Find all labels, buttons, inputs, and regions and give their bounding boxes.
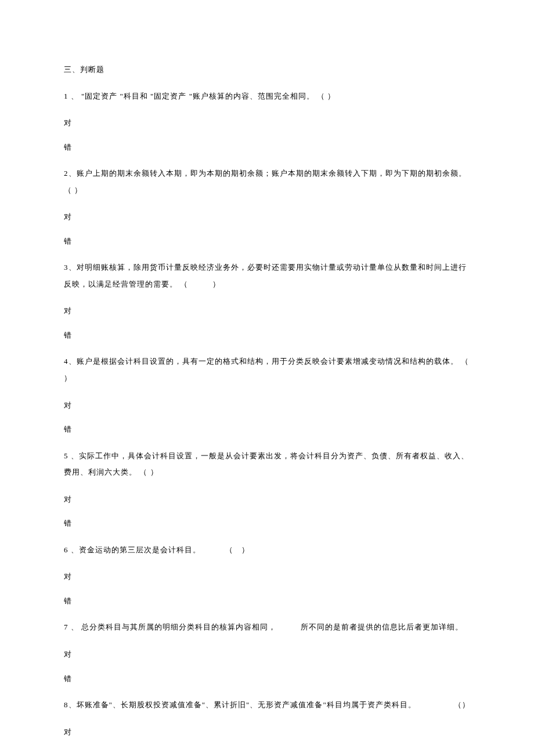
answer-true[interactable]: 对 <box>64 117 470 129</box>
question-text: 3、对明细账核算，除用货币计量反映经济业务外，必要时还需要用实物计量或劳动计量单… <box>64 259 470 292</box>
answer-true[interactable]: 对 <box>64 305 470 317</box>
question-text: 2、账户上期的期末余额转入本期，即为本期的期初余额；账户本期的期末余额转入下期，… <box>64 165 470 198</box>
answer-true[interactable]: 对 <box>64 211 470 223</box>
answer-true[interactable]: 对 <box>64 726 470 738</box>
section-title: 三、判断题 <box>64 64 470 75</box>
question-text-body: 8、坏账准备"、长期股权投资减值准备"、累计折旧"、无形资产减值准备"科目均属于… <box>64 697 442 714</box>
question-7: 7 、 总分类科目与其所属的明细分类科目的核算内容相同， 所不同的是前者提供的信… <box>64 619 470 684</box>
question-5: 5 、实际工作中，具体会计科目设置，一般是从会计要素出发，将会计科目分为资产、负… <box>64 448 470 529</box>
question-text: 1 、 "固定资产 "科目和 "固定资产 "账户核算的内容、范围完全相同。 （ … <box>64 88 470 105</box>
question-1: 1 、 "固定资产 "科目和 "固定资产 "账户核算的内容、范围完全相同。 （ … <box>64 88 470 153</box>
question-text: 6 、资金运动的第三层次是会计科目。 （ ） <box>64 542 470 559</box>
answer-false[interactable]: 错 <box>64 236 470 247</box>
question-text: 8、坏账准备"、长期股权投资减值准备"、累计折旧"、无形资产减值准备"科目均属于… <box>64 697 470 714</box>
answer-false[interactable]: 错 <box>64 673 470 685</box>
question-2: 2、账户上期的期末余额转入本期，即为本期的期初余额；账户本期的期末余额转入下期，… <box>64 165 470 247</box>
question-6: 6 、资金运动的第三层次是会计科目。 （ ） 对 错 <box>64 542 470 607</box>
question-text: 4、账户是根据会计科目设置的，具有一定的格式和结构，用于分类反映会计要素增减变动… <box>64 353 470 386</box>
answer-false[interactable]: 错 <box>64 595 470 607</box>
question-text: 5 、实际工作中，具体会计科目设置，一般是从会计要素出发，将会计科目分为资产、负… <box>64 448 470 481</box>
question-4: 4、账户是根据会计科目设置的，具有一定的格式和结构，用于分类反映会计要素增减变动… <box>64 353 470 435</box>
question-8: 8、坏账准备"、长期股权投资减值准备"、累计折旧"、无形资产减值准备"科目均属于… <box>64 697 470 737</box>
answer-false[interactable]: 错 <box>64 518 470 529</box>
question-text: 7 、 总分类科目与其所属的明细分类科目的核算内容相同， 所不同的是前者提供的信… <box>64 619 470 636</box>
answer-false[interactable]: 错 <box>64 330 470 341</box>
answer-false[interactable]: 错 <box>64 424 470 435</box>
answer-true[interactable]: 对 <box>64 649 470 660</box>
answer-true[interactable]: 对 <box>64 571 470 583</box>
answer-true[interactable]: 对 <box>64 494 470 505</box>
answer-false[interactable]: 错 <box>64 142 470 153</box>
answer-true[interactable]: 对 <box>64 400 470 411</box>
question-paren: （） <box>454 697 470 714</box>
question-3: 3、对明细账核算，除用货币计量反映经济业务外，必要时还需要用实物计量或劳动计量单… <box>64 259 470 341</box>
